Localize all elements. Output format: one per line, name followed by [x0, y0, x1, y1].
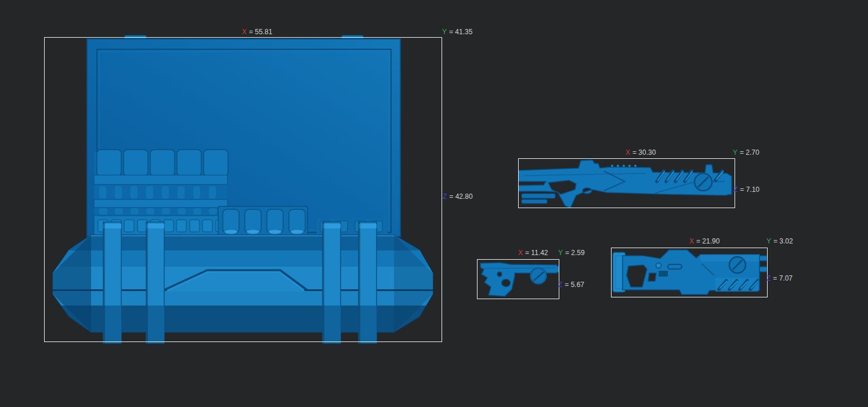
- selection-bounding-box: [518, 158, 735, 208]
- dimension-label-z: Z= 7.10: [733, 186, 760, 194]
- axis-value-y: = 2.70: [740, 148, 760, 157]
- dimension-label-z: Z= 7.07: [766, 274, 793, 282]
- axis-letter-y: Y: [733, 148, 737, 157]
- axis-value-x: = 21.90: [696, 237, 719, 245]
- dimension-label-x: X= 30.30: [625, 148, 656, 157]
- axis-letter-z: Z: [733, 186, 737, 194]
- dimension-label-z: Z= 5.67: [558, 281, 584, 289]
- axis-letter-y: Y: [442, 28, 447, 36]
- axis-letter-x: X: [625, 148, 630, 157]
- dimension-label-y: Y= 2.70: [733, 148, 760, 157]
- axis-letter-x: X: [242, 28, 247, 36]
- axis-value-y: = 3.02: [773, 237, 793, 245]
- axis-value-y: = 41.35: [449, 28, 472, 36]
- axis-letter-z: Z: [558, 281, 562, 289]
- axis-letter-x: X: [689, 237, 694, 245]
- dimension-label-x: X= 11.42: [518, 249, 548, 257]
- axis-value-x: = 11.42: [525, 249, 548, 257]
- viewport-3d[interactable]: X= 55.81 Y= 41.35 Z= 42.80: [0, 0, 868, 407]
- selection-bounding-box: [611, 248, 768, 297]
- dimension-label-x: X= 21.90: [689, 237, 719, 245]
- axis-value-x: = 55.81: [249, 28, 272, 36]
- dimension-label-y: Y= 2.59: [558, 249, 585, 257]
- axis-letter-z: Z: [766, 274, 771, 282]
- axis-value-y: = 2.59: [565, 249, 585, 257]
- axis-value-z: = 7.10: [740, 186, 760, 194]
- dimension-label-z: Z= 42.80: [443, 192, 473, 201]
- dimension-label-y: Y= 41.35: [442, 28, 472, 36]
- axis-letter-x: X: [518, 249, 523, 257]
- axis-value-z: = 7.07: [773, 274, 793, 282]
- selection-bounding-box: [477, 259, 559, 299]
- dimension-label-x: X= 55.81: [242, 28, 272, 36]
- axis-value-x: = 30.30: [632, 148, 656, 157]
- selection-bounding-box: [44, 37, 442, 342]
- axis-letter-y: Y: [766, 237, 771, 245]
- axis-letter-z: Z: [443, 192, 447, 201]
- axis-letter-y: Y: [558, 249, 563, 257]
- axis-value-z: = 42.80: [449, 192, 472, 201]
- dimension-label-y: Y= 3.02: [766, 237, 793, 245]
- axis-value-z: = 5.67: [565, 281, 584, 289]
